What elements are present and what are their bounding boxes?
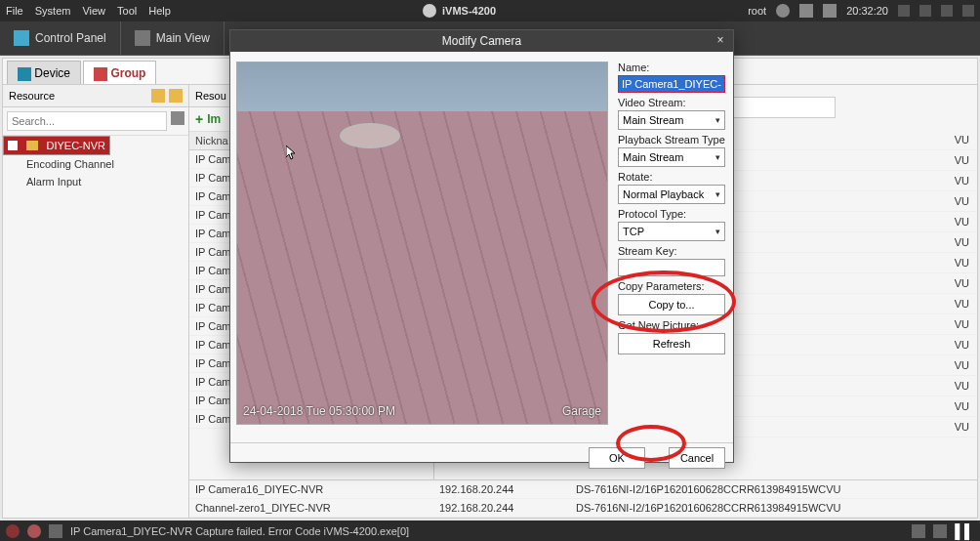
- list-item[interactable]: VU: [434, 212, 977, 232]
- top-tabs: Device Group: [3, 59, 977, 84]
- list-item[interactable]: VU: [434, 273, 977, 294]
- list-item[interactable]: IP Camera: [189, 299, 433, 317]
- menu-file[interactable]: File: [6, 5, 23, 17]
- list-item[interactable]: IP Camera: [189, 317, 433, 336]
- status-bar: IP Camera1_DIYEC-NVR Capture failed. Err…: [0, 520, 980, 541]
- list-item[interactable]: VU: [434, 417, 977, 437]
- tab-group[interactable]: Group: [83, 61, 156, 84]
- app-title: iVMS-4200: [442, 5, 496, 17]
- list-item[interactable]: IP Camera: [189, 169, 433, 187]
- list-item[interactable]: VU: [434, 253, 977, 273]
- details-panel: VUVUVUVUVUVUVUVUVUVUVUVUVUVUVU: [434, 85, 977, 479]
- list-item[interactable]: VU: [434, 376, 977, 396]
- list-item[interactable]: VU: [434, 355, 977, 376]
- import-button[interactable]: Im: [207, 112, 221, 126]
- resource-title: Resource: [9, 90, 55, 102]
- list-item[interactable]: IP Camera: [189, 410, 433, 429]
- list-item[interactable]: VU: [434, 150, 977, 171]
- add-folder-icon[interactable]: [151, 89, 165, 103]
- main-view-icon: [135, 30, 150, 46]
- menu-bar: File System View Tool Help iVMS-4200 roo…: [0, 0, 980, 21]
- cpu-icon[interactable]: [823, 4, 837, 18]
- list-item[interactable]: IP Camera: [189, 243, 433, 262]
- control-panel-label: Control Panel: [35, 31, 106, 45]
- list-item[interactable]: VU: [434, 314, 977, 335]
- tree-root[interactable]: DIYEC-NVR: [3, 136, 110, 155]
- clock-label: 20:32:20: [846, 5, 888, 17]
- net-icon[interactable]: [776, 4, 790, 18]
- list-item[interactable]: VU: [434, 191, 977, 212]
- resource-panel: Resource DIYEC-NVR Encoding Channel Alar…: [3, 85, 189, 518]
- folder-open-icon: [8, 141, 18, 150]
- tree-alarm-input[interactable]: Alarm Input: [3, 173, 188, 190]
- hdd-icon[interactable]: [799, 4, 813, 18]
- pause-icon[interactable]: ▌▌: [955, 523, 974, 539]
- list-item[interactable]: VU: [434, 335, 977, 355]
- list-item[interactable]: IP Camera: [189, 373, 433, 392]
- user-label: root: [748, 5, 766, 17]
- pin-icon[interactable]: [912, 524, 925, 538]
- expand-icon[interactable]: [933, 524, 947, 538]
- device-icon: [18, 67, 31, 81]
- table-row[interactable]: IP Camera16_DIYEC-NVR 192.168.20.244 DS-…: [189, 480, 977, 499]
- folder-icon: [26, 141, 38, 150]
- alert-icon[interactable]: [6, 524, 20, 538]
- main-view-button[interactable]: Main View: [121, 21, 225, 55]
- minimize-icon[interactable]: [919, 5, 931, 17]
- app-logo-icon: [423, 4, 436, 18]
- list-header-nickname: Nickna: [189, 132, 433, 150]
- menu-view[interactable]: View: [82, 5, 105, 17]
- list-item[interactable]: IP Camera: [189, 150, 433, 169]
- resource-search-input[interactable]: [7, 111, 167, 131]
- list-item[interactable]: IP Camera: [189, 280, 433, 299]
- list-item[interactable]: IP Camera: [189, 225, 433, 243]
- camera-list-panel: Resou + Im Nickna IP CameraIP CameraIP C…: [189, 85, 434, 479]
- tab-device[interactable]: Device: [7, 61, 81, 84]
- tree-encoding-channel[interactable]: Encoding Channel: [3, 155, 188, 173]
- maximize-icon[interactable]: [941, 5, 953, 17]
- plus-icon: +: [195, 111, 203, 127]
- lock-icon[interactable]: [898, 5, 910, 17]
- list-item[interactable]: IP Camera: [189, 354, 433, 373]
- menu-help[interactable]: Help: [148, 5, 171, 17]
- close-icon[interactable]: [962, 5, 974, 17]
- mid-title: Resou: [195, 90, 226, 102]
- list-item[interactable]: IP Camera: [189, 187, 433, 206]
- list-item[interactable]: IP Camera: [189, 392, 433, 410]
- list-item[interactable]: VU: [434, 171, 977, 191]
- main-view-label: Main View: [156, 31, 210, 45]
- menu-tool[interactable]: Tool: [117, 5, 137, 17]
- control-panel-icon: [14, 30, 29, 46]
- filter-input[interactable]: [576, 97, 836, 118]
- arrow-icon[interactable]: [49, 524, 62, 538]
- delete-folder-icon[interactable]: [169, 89, 183, 103]
- table-row[interactable]: Channel-zero1_DIYEC-NVR 192.168.20.244 D…: [189, 499, 977, 518]
- main-toolbar: Control Panel Main View: [0, 21, 980, 56]
- list-item[interactable]: VU: [434, 294, 977, 314]
- search-icon[interactable]: [171, 111, 184, 125]
- control-panel-button[interactable]: Control Panel: [0, 21, 121, 55]
- list-item[interactable]: VU: [434, 130, 977, 150]
- status-message: IP Camera1_DIYEC-NVR Capture failed. Err…: [70, 525, 409, 537]
- list-item[interactable]: IP Camera: [189, 336, 433, 354]
- warn-icon[interactable]: [27, 524, 41, 538]
- list-item[interactable]: IP Camera: [189, 262, 433, 280]
- menu-system[interactable]: System: [35, 5, 71, 17]
- list-item[interactable]: IP Camera: [189, 206, 433, 225]
- list-item[interactable]: VU: [434, 232, 977, 253]
- group-icon: [94, 67, 107, 81]
- list-item[interactable]: VU: [434, 396, 977, 417]
